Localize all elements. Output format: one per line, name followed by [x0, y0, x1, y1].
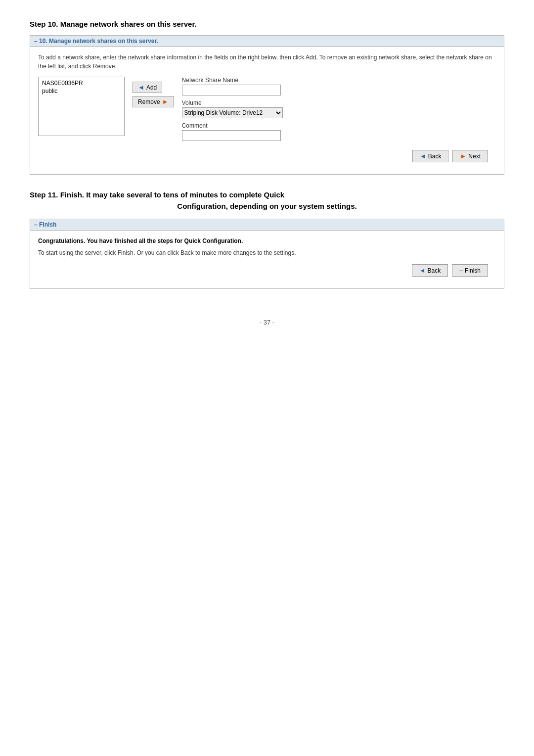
step11-heading-line2-indent: Configuration, depending on your system …	[30, 201, 504, 212]
finish-back-arrow-icon: ◄	[419, 267, 426, 274]
step10-heading: Step 10. Manage network shares on this s…	[30, 20, 504, 28]
remove-button[interactable]: Remove ►	[133, 96, 174, 107]
remove-button-label: Remove	[138, 98, 160, 105]
finish-back-label: Back	[428, 267, 441, 274]
finish-button-label: Finish	[465, 267, 481, 274]
comment-label: Comment	[182, 122, 301, 129]
page-footer: - 37 -	[30, 319, 504, 326]
finish-back-button[interactable]: ◄ Back	[412, 264, 448, 277]
next-button[interactable]: ► Next	[452, 150, 488, 162]
network-share-name-input[interactable]	[182, 85, 281, 95]
next-button-label: Next	[468, 153, 481, 160]
finish-button[interactable]: – Finish	[452, 264, 488, 277]
arrow-left-icon: ◄	[138, 84, 144, 91]
step11-panel: – Finish Congratulations. You have finis…	[30, 219, 504, 289]
step11-section-body: Congratulations. You have finished all t…	[30, 231, 504, 288]
step10-section-body: To add a network share, enter the networ…	[30, 47, 504, 174]
comment-input[interactable]	[182, 130, 281, 141]
finish-dash-icon: –	[459, 267, 463, 274]
step10-description: To add a network share, enter the networ…	[38, 53, 496, 71]
step11-section-header: – Finish	[30, 219, 504, 231]
list-item[interactable]: public	[41, 87, 122, 95]
volume-select[interactable]: Striping Disk Volume: Drive12	[182, 107, 283, 118]
network-share-name-label: Network Share Name	[182, 77, 301, 84]
back-arrow-icon: ◄	[420, 152, 426, 160]
step11-heading-line1: Step 11. Finish. It may take several to …	[30, 190, 284, 199]
step11-heading: Step 11. Finish. It may take several to …	[30, 189, 504, 212]
finish-instruction: To start using the server, click Finish.…	[38, 248, 496, 257]
step10-panel: – 10. Manage network shares on this serv…	[30, 35, 504, 175]
add-button-label: Add	[146, 84, 157, 91]
back-button[interactable]: ◄ Back	[412, 150, 449, 162]
next-arrow-icon: ►	[460, 152, 466, 160]
volume-label: Volume	[182, 99, 301, 106]
list-item[interactable]: NAS0E0036PR	[41, 79, 122, 87]
add-button[interactable]: ◄ Add	[133, 82, 162, 93]
congratulations-text: Congratulations. You have finished all t…	[38, 236, 496, 245]
shares-list[interactable]: NAS0E0036PR public	[38, 77, 125, 136]
back-button-label: Back	[428, 153, 442, 160]
arrow-right-icon: ►	[162, 98, 169, 105]
step10-section-header: – 10. Manage network shares on this serv…	[30, 36, 504, 47]
